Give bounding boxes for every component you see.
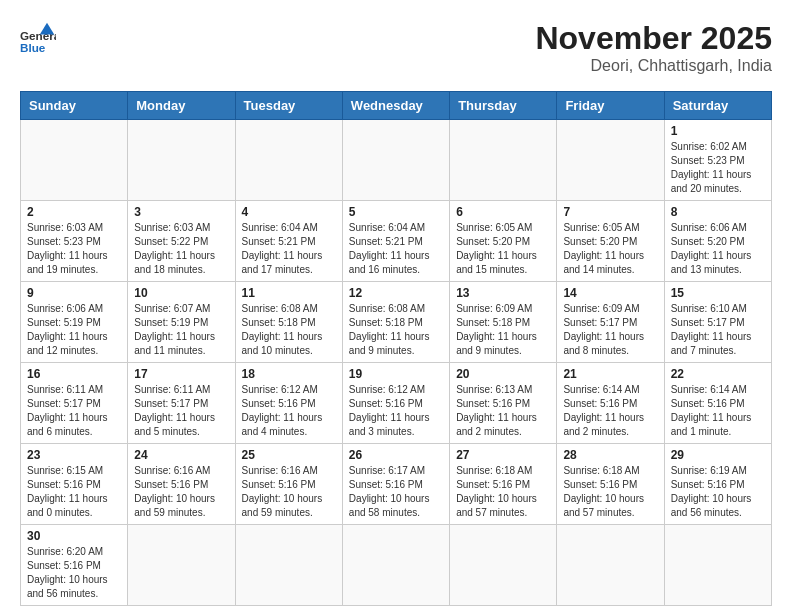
calendar-cell xyxy=(557,525,664,606)
calendar-cell: 26Sunrise: 6:17 AM Sunset: 5:16 PM Dayli… xyxy=(342,444,449,525)
day-number: 7 xyxy=(563,205,657,219)
logo: General Blue xyxy=(20,20,56,56)
calendar-cell: 3Sunrise: 6:03 AM Sunset: 5:22 PM Daylig… xyxy=(128,201,235,282)
calendar-cell: 14Sunrise: 6:09 AM Sunset: 5:17 PM Dayli… xyxy=(557,282,664,363)
day-number: 24 xyxy=(134,448,228,462)
logo-icon: General Blue xyxy=(20,20,56,56)
day-number: 30 xyxy=(27,529,121,543)
day-number: 19 xyxy=(349,367,443,381)
day-number: 16 xyxy=(27,367,121,381)
day-info: Sunrise: 6:13 AM Sunset: 5:16 PM Dayligh… xyxy=(456,383,550,439)
day-info: Sunrise: 6:07 AM Sunset: 5:19 PM Dayligh… xyxy=(134,302,228,358)
calendar-cell xyxy=(342,120,449,201)
day-info: Sunrise: 6:14 AM Sunset: 5:16 PM Dayligh… xyxy=(671,383,765,439)
day-number: 21 xyxy=(563,367,657,381)
calendar-day-header-monday: Monday xyxy=(128,92,235,120)
day-number: 6 xyxy=(456,205,550,219)
calendar-cell xyxy=(128,525,235,606)
day-number: 27 xyxy=(456,448,550,462)
calendar-week-row: 30Sunrise: 6:20 AM Sunset: 5:16 PM Dayli… xyxy=(21,525,772,606)
calendar-cell: 28Sunrise: 6:18 AM Sunset: 5:16 PM Dayli… xyxy=(557,444,664,525)
calendar-week-row: 9Sunrise: 6:06 AM Sunset: 5:19 PM Daylig… xyxy=(21,282,772,363)
day-info: Sunrise: 6:06 AM Sunset: 5:19 PM Dayligh… xyxy=(27,302,121,358)
calendar-cell: 17Sunrise: 6:11 AM Sunset: 5:17 PM Dayli… xyxy=(128,363,235,444)
day-info: Sunrise: 6:19 AM Sunset: 5:16 PM Dayligh… xyxy=(671,464,765,520)
day-info: Sunrise: 6:04 AM Sunset: 5:21 PM Dayligh… xyxy=(349,221,443,277)
calendar-cell: 29Sunrise: 6:19 AM Sunset: 5:16 PM Dayli… xyxy=(664,444,771,525)
day-number: 22 xyxy=(671,367,765,381)
day-number: 29 xyxy=(671,448,765,462)
calendar-cell: 9Sunrise: 6:06 AM Sunset: 5:19 PM Daylig… xyxy=(21,282,128,363)
day-info: Sunrise: 6:09 AM Sunset: 5:17 PM Dayligh… xyxy=(563,302,657,358)
day-info: Sunrise: 6:12 AM Sunset: 5:16 PM Dayligh… xyxy=(242,383,336,439)
day-info: Sunrise: 6:02 AM Sunset: 5:23 PM Dayligh… xyxy=(671,140,765,196)
calendar-cell: 27Sunrise: 6:18 AM Sunset: 5:16 PM Dayli… xyxy=(450,444,557,525)
day-number: 28 xyxy=(563,448,657,462)
day-number: 14 xyxy=(563,286,657,300)
calendar-day-header-tuesday: Tuesday xyxy=(235,92,342,120)
calendar-cell: 24Sunrise: 6:16 AM Sunset: 5:16 PM Dayli… xyxy=(128,444,235,525)
calendar-cell: 2Sunrise: 6:03 AM Sunset: 5:23 PM Daylig… xyxy=(21,201,128,282)
calendar-day-header-saturday: Saturday xyxy=(664,92,771,120)
calendar-cell: 8Sunrise: 6:06 AM Sunset: 5:20 PM Daylig… xyxy=(664,201,771,282)
page-subtitle: Deori, Chhattisgarh, India xyxy=(535,57,772,75)
calendar-cell: 4Sunrise: 6:04 AM Sunset: 5:21 PM Daylig… xyxy=(235,201,342,282)
calendar-cell: 25Sunrise: 6:16 AM Sunset: 5:16 PM Dayli… xyxy=(235,444,342,525)
day-info: Sunrise: 6:03 AM Sunset: 5:23 PM Dayligh… xyxy=(27,221,121,277)
calendar-cell: 23Sunrise: 6:15 AM Sunset: 5:16 PM Dayli… xyxy=(21,444,128,525)
day-number: 5 xyxy=(349,205,443,219)
calendar-cell xyxy=(235,525,342,606)
calendar-cell xyxy=(235,120,342,201)
calendar-cell: 15Sunrise: 6:10 AM Sunset: 5:17 PM Dayli… xyxy=(664,282,771,363)
day-info: Sunrise: 6:18 AM Sunset: 5:16 PM Dayligh… xyxy=(456,464,550,520)
day-number: 17 xyxy=(134,367,228,381)
day-number: 13 xyxy=(456,286,550,300)
day-info: Sunrise: 6:10 AM Sunset: 5:17 PM Dayligh… xyxy=(671,302,765,358)
day-number: 10 xyxy=(134,286,228,300)
calendar-cell: 13Sunrise: 6:09 AM Sunset: 5:18 PM Dayli… xyxy=(450,282,557,363)
title-block: November 2025 Deori, Chhattisgarh, India xyxy=(535,20,772,75)
calendar-cell xyxy=(664,525,771,606)
day-number: 15 xyxy=(671,286,765,300)
page-header: General Blue November 2025 Deori, Chhatt… xyxy=(20,20,772,75)
calendar-header-row: SundayMondayTuesdayWednesdayThursdayFrid… xyxy=(21,92,772,120)
day-info: Sunrise: 6:16 AM Sunset: 5:16 PM Dayligh… xyxy=(134,464,228,520)
day-info: Sunrise: 6:05 AM Sunset: 5:20 PM Dayligh… xyxy=(563,221,657,277)
calendar-cell: 18Sunrise: 6:12 AM Sunset: 5:16 PM Dayli… xyxy=(235,363,342,444)
day-info: Sunrise: 6:03 AM Sunset: 5:22 PM Dayligh… xyxy=(134,221,228,277)
calendar-cell xyxy=(450,525,557,606)
calendar-cell xyxy=(450,120,557,201)
day-info: Sunrise: 6:11 AM Sunset: 5:17 PM Dayligh… xyxy=(134,383,228,439)
svg-text:Blue: Blue xyxy=(20,41,46,54)
day-info: Sunrise: 6:20 AM Sunset: 5:16 PM Dayligh… xyxy=(27,545,121,601)
day-number: 12 xyxy=(349,286,443,300)
calendar-cell: 1Sunrise: 6:02 AM Sunset: 5:23 PM Daylig… xyxy=(664,120,771,201)
calendar-cell: 11Sunrise: 6:08 AM Sunset: 5:18 PM Dayli… xyxy=(235,282,342,363)
calendar-cell xyxy=(342,525,449,606)
day-info: Sunrise: 6:16 AM Sunset: 5:16 PM Dayligh… xyxy=(242,464,336,520)
calendar-cell: 7Sunrise: 6:05 AM Sunset: 5:20 PM Daylig… xyxy=(557,201,664,282)
calendar-week-row: 2Sunrise: 6:03 AM Sunset: 5:23 PM Daylig… xyxy=(21,201,772,282)
day-number: 1 xyxy=(671,124,765,138)
day-number: 18 xyxy=(242,367,336,381)
day-info: Sunrise: 6:14 AM Sunset: 5:16 PM Dayligh… xyxy=(563,383,657,439)
calendar-cell xyxy=(557,120,664,201)
calendar-day-header-sunday: Sunday xyxy=(21,92,128,120)
day-number: 8 xyxy=(671,205,765,219)
day-number: 20 xyxy=(456,367,550,381)
day-number: 23 xyxy=(27,448,121,462)
day-info: Sunrise: 6:06 AM Sunset: 5:20 PM Dayligh… xyxy=(671,221,765,277)
day-info: Sunrise: 6:08 AM Sunset: 5:18 PM Dayligh… xyxy=(242,302,336,358)
calendar-cell xyxy=(21,120,128,201)
day-number: 25 xyxy=(242,448,336,462)
calendar-cell: 30Sunrise: 6:20 AM Sunset: 5:16 PM Dayli… xyxy=(21,525,128,606)
day-number: 3 xyxy=(134,205,228,219)
calendar-cell: 20Sunrise: 6:13 AM Sunset: 5:16 PM Dayli… xyxy=(450,363,557,444)
calendar-cell: 5Sunrise: 6:04 AM Sunset: 5:21 PM Daylig… xyxy=(342,201,449,282)
calendar-cell: 21Sunrise: 6:14 AM Sunset: 5:16 PM Dayli… xyxy=(557,363,664,444)
day-number: 11 xyxy=(242,286,336,300)
calendar-cell: 19Sunrise: 6:12 AM Sunset: 5:16 PM Dayli… xyxy=(342,363,449,444)
calendar-table: SundayMondayTuesdayWednesdayThursdayFrid… xyxy=(20,91,772,606)
calendar-cell xyxy=(128,120,235,201)
day-info: Sunrise: 6:18 AM Sunset: 5:16 PM Dayligh… xyxy=(563,464,657,520)
